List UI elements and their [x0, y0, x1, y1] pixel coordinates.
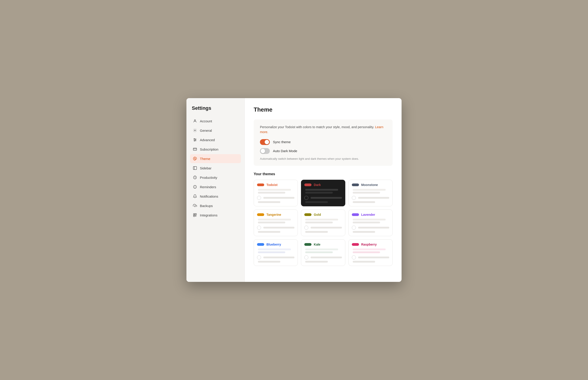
sidebar-item-reminders[interactable]: Reminders: [190, 182, 241, 191]
lavender-name: Lavender: [361, 213, 375, 216]
moonstone-radio[interactable]: [352, 196, 356, 200]
lavender-radio-row: [352, 226, 389, 230]
kale-radio-row: [304, 255, 342, 259]
sync-theme-toggle[interactable]: [260, 139, 270, 145]
sidebar-item-reminders-label: Reminders: [200, 185, 216, 189]
sidebar-item-subscription[interactable]: Subscription: [190, 145, 241, 154]
auto-dark-toggle[interactable]: [260, 148, 270, 154]
gold-radio[interactable]: [304, 226, 308, 230]
svg-point-5: [194, 138, 195, 139]
todoist-line2: [258, 192, 285, 194]
raspberry-lines: [352, 248, 389, 253]
sidebar-item-integrations[interactable]: Integrations: [190, 211, 241, 220]
svg-point-10: [194, 158, 196, 159]
sidebar-item-general[interactable]: General: [190, 126, 241, 135]
todoist-bottom-line: [258, 201, 280, 203]
tangerine-radio[interactable]: [257, 226, 261, 230]
lavender-line2: [353, 222, 380, 223]
sidebar-item-backups[interactable]: Backups: [190, 201, 241, 210]
auto-dark-knob: [261, 149, 265, 153]
tangerine-line1: [258, 219, 291, 220]
lavender-radio[interactable]: [352, 226, 356, 230]
gold-radio-line: [311, 227, 342, 228]
settings-window: Settings Account General: [187, 98, 401, 282]
lavender-lines: [352, 219, 389, 223]
page-title: Theme: [254, 106, 393, 113]
sync-theme-row: Sync theme: [260, 139, 386, 145]
sidebar-item-theme[interactable]: Theme: [190, 154, 241, 163]
raspberry-radio-row: [352, 255, 389, 259]
tangerine-bottom-line: [258, 231, 280, 233]
svg-rect-20: [193, 215, 195, 217]
gold-line1: [305, 219, 338, 220]
auto-dark-row: Auto Dark Mode: [260, 148, 386, 154]
sidebar-item-general-label: General: [200, 129, 212, 133]
sidebar-item-productivity-label: Productivity: [200, 176, 217, 179]
sidebar-item-backups-label: Backups: [200, 204, 213, 208]
sidebar-nav-icon: [193, 166, 197, 170]
theme-card-gold[interactable]: Gold: [301, 209, 345, 236]
sidebar-item-sidebar[interactable]: Sidebar: [190, 164, 241, 172]
raspberry-radio[interactable]: [352, 255, 356, 259]
moonstone-lines: [352, 189, 389, 194]
moonstone-bottom-line: [353, 201, 375, 203]
theme-card-raspberry[interactable]: Raspberry: [348, 239, 393, 266]
gear-icon: [193, 128, 197, 133]
kale-bottom-line: [305, 261, 328, 263]
gold-lines: [304, 219, 342, 223]
theme-card-moonstone[interactable]: Moonstone: [348, 180, 393, 206]
theme-card-kale[interactable]: Kale: [301, 239, 345, 266]
blueberry-bottom-line: [258, 261, 280, 263]
todoist-line1: [258, 189, 291, 191]
integration-icon: [193, 213, 197, 217]
your-themes-label: Your themes: [254, 172, 393, 176]
todoist-swatch: [257, 184, 264, 186]
kale-line1: [305, 248, 338, 250]
dark-name: Dark: [314, 183, 321, 187]
backup-icon: [193, 203, 197, 208]
sidebar-title: Settings: [190, 105, 241, 111]
kale-radio[interactable]: [304, 255, 308, 259]
sidebar-item-productivity[interactable]: Productivity: [190, 173, 241, 182]
dark-radio[interactable]: [304, 196, 308, 200]
tangerine-swatch: [257, 213, 264, 216]
raspberry-bottom-line: [353, 261, 375, 263]
auto-dark-hint: Automatically switch between light and d…: [260, 157, 386, 160]
todoist-lines: [257, 189, 294, 194]
theme-card-todoist[interactable]: Todoist: [254, 180, 298, 206]
sidebar-item-advanced[interactable]: Advanced: [190, 135, 241, 144]
theme-icon: [193, 156, 197, 161]
blueberry-name: Blueberry: [266, 243, 281, 246]
moonstone-header: Moonstone: [352, 183, 389, 187]
theme-card-lavender[interactable]: Lavender: [348, 209, 393, 236]
gold-name: Gold: [314, 213, 321, 216]
sidebar-item-account[interactable]: Account: [190, 116, 241, 125]
raspberry-line1: [353, 248, 386, 250]
sync-theme-label: Sync theme: [273, 140, 291, 144]
sync-theme-knob: [265, 140, 269, 144]
tangerine-name: Tangerine: [266, 213, 281, 216]
blueberry-radio-line: [263, 257, 294, 258]
todoist-radio-row: [257, 196, 294, 200]
lavender-line1: [353, 219, 386, 220]
moonstone-swatch: [352, 184, 359, 186]
sidebar-item-notifications[interactable]: Notifications: [190, 192, 241, 201]
blueberry-radio[interactable]: [257, 255, 261, 259]
tangerine-header: Tangerine: [257, 213, 294, 216]
raspberry-swatch: [352, 243, 359, 246]
dark-swatch: [304, 184, 311, 186]
moonstone-line2: [353, 192, 380, 194]
kale-line2: [305, 251, 333, 253]
tangerine-lines: [257, 219, 294, 223]
theme-card-blueberry[interactable]: Blueberry: [254, 239, 298, 266]
raspberry-name: Raspberry: [361, 243, 377, 246]
kale-lines: [304, 248, 342, 253]
gold-swatch: [304, 213, 311, 216]
sidebar-item-integrations-label: Integrations: [200, 213, 217, 217]
todoist-radio[interactable]: [257, 196, 261, 200]
kale-radio-line: [311, 257, 342, 258]
svg-rect-8: [193, 148, 197, 151]
theme-card-dark[interactable]: Dark: [301, 180, 345, 206]
gold-header: Gold: [304, 213, 342, 216]
theme-card-tangerine[interactable]: Tangerine: [254, 209, 298, 236]
